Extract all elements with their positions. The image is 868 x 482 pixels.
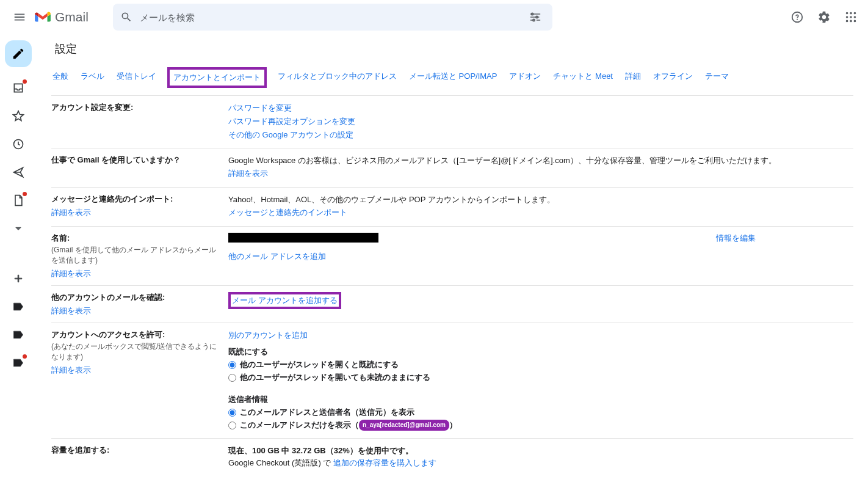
import-more-link[interactable]: 詳細を表示 [51, 207, 91, 218]
gmail-logo[interactable]: Gmail [34, 10, 89, 24]
svg-point-9 [846, 20, 848, 23]
tab-inbox[interactable]: 受信トレイ [115, 67, 157, 88]
apps-button[interactable] [839, 5, 863, 29]
header-actions [785, 5, 863, 29]
search-options-button[interactable] [526, 7, 545, 27]
sender-opt1-radio[interactable] [228, 409, 236, 417]
support-button[interactable] [785, 5, 809, 29]
tab-filters[interactable]: フィルタとブロック中のアドレス [277, 67, 398, 88]
section-check-other-accounts: 他のアカウントのメールを確認: 詳細を表示 メール アカウントを追加する [51, 285, 853, 323]
main-menu-button[interactable] [5, 2, 34, 32]
access-more-link[interactable]: 詳細を表示 [51, 365, 91, 376]
sidebar-label-2[interactable] [11, 327, 26, 342]
file-icon [12, 194, 24, 206]
add-mail-account-link[interactable]: メール アカウントを追加する [232, 296, 338, 305]
storage-checkout-text: Google Checkout (英語版) で [228, 458, 333, 467]
mark-read-opt1-label: 他のユーザーがスレッドを開くと既読にする [240, 359, 399, 371]
other-google-settings-link[interactable]: その他の Google アカウントの設定 [228, 130, 353, 139]
sidebar-new-label[interactable] [11, 271, 26, 286]
sender-opt2-label: このメールアドレスだけを表示（n_aya[redacted]@gmail.com… [240, 419, 457, 432]
section-grant-access: アカウントへのアクセスを許可: (あなたのメールボックスで閲覧/送信できるように… [51, 323, 853, 438]
label-icon [12, 301, 24, 313]
add-another-account-link[interactable]: 別のアカウントを追加 [228, 330, 308, 340]
clock-icon [12, 138, 24, 150]
gmail-icon [34, 10, 51, 24]
chevron-down-icon [12, 222, 24, 235]
gear-icon [817, 10, 831, 24]
app-header: Gmail [0, 0, 868, 34]
check-more-link[interactable]: 詳細を表示 [51, 305, 91, 316]
apps-grid-icon [844, 10, 858, 24]
section-label: アカウント設定を変更: [51, 102, 219, 113]
sidebar-label-1[interactable] [11, 299, 26, 314]
svg-point-8 [854, 16, 856, 18]
mark-read-opt2-radio[interactable] [228, 374, 236, 382]
section-change-account-settings: アカウント設定を変更: パスワードを変更 パスワード再設定オプションを変更 その… [51, 95, 853, 148]
section-sublabel: (あなたのメールボックスで閲覧/送信できるようになります) [51, 341, 219, 362]
tab-addons[interactable]: アドオン [508, 67, 542, 88]
page-title: 設定 [55, 42, 853, 56]
sidebar-drafts[interactable] [11, 193, 26, 208]
highlight-add-mail-account: メール アカウントを追加する [228, 292, 341, 310]
redacted-email [228, 233, 378, 243]
svg-point-3 [846, 12, 848, 15]
redacted-email-pill: n_aya[redacted]@gmail.com [359, 420, 449, 431]
main-content: 設定 全般 ラベル 受信トレイ アカウントとインポート フィルタとブロック中のア… [37, 34, 868, 482]
workspace-description: Google Workspace のお客様は、ビジネス用のメールアドレス（[ユー… [228, 155, 853, 167]
sender-opt1-label: このメールアドレスと送信者名（送信元）を表示 [240, 406, 414, 419]
tab-chat-meet[interactable]: チャットと Meet [552, 67, 614, 88]
help-icon [790, 10, 804, 24]
mark-read-opt1-radio[interactable] [228, 361, 236, 369]
svg-point-5 [854, 12, 856, 15]
sender-info-heading: 送信者情報 [228, 394, 853, 405]
import-description: Yahoo!、Hotmail、AOL、その他のウェブメールや POP アカウント… [228, 194, 853, 206]
tab-accounts-import[interactable]: アカウントとインポート [173, 73, 261, 82]
sidebar-more[interactable] [11, 221, 26, 236]
mark-as-read-heading: 既読にする [228, 346, 853, 357]
search-bar[interactable] [113, 4, 552, 31]
mark-read-opt2-label: 他のユーザーがスレッドを開いても未読のままにする [240, 371, 430, 384]
unread-dot [23, 354, 27, 359]
compose-button[interactable] [5, 40, 32, 67]
hamburger-icon [13, 10, 26, 24]
sidebar-sent[interactable] [11, 165, 26, 180]
send-as-more-link[interactable]: 詳細を表示 [51, 268, 91, 279]
workspace-more-link[interactable]: 詳細を表示 [228, 169, 268, 178]
inbox-icon [12, 82, 24, 94]
settings-tabs: 全般 ラベル 受信トレイ アカウントとインポート フィルタとブロック中のアドレス… [51, 67, 853, 88]
tab-forwarding[interactable]: メール転送と POP/IMAP [408, 67, 498, 88]
unread-dot [23, 192, 27, 196]
search-input[interactable] [132, 12, 526, 23]
import-mail-contacts-link[interactable]: メッセージと連絡先のインポート [228, 208, 347, 217]
star-icon [12, 110, 24, 122]
plus-icon [12, 272, 24, 285]
sidebar-inbox[interactable] [11, 81, 26, 95]
tab-general[interactable]: 全般 [51, 67, 70, 88]
svg-point-7 [850, 16, 852, 18]
section-label: 容量を追加する: [51, 445, 219, 456]
sidebar-starred[interactable] [11, 109, 26, 123]
svg-point-6 [846, 16, 848, 18]
change-password-link[interactable]: パスワードを変更 [228, 103, 292, 112]
svg-point-4 [850, 12, 852, 15]
tab-labels[interactable]: ラベル [79, 67, 106, 88]
highlight-accounts-tab: アカウントとインポート [167, 67, 267, 88]
section-send-mail-as: 名前: (Gmail を使用して他のメール アドレスからメールを送信します) 詳… [51, 226, 853, 285]
add-another-email-link[interactable]: 他のメール アドレスを追加 [228, 252, 326, 261]
tab-advanced[interactable]: 詳細 [624, 67, 642, 88]
sidebar-label-3[interactable] [11, 356, 26, 370]
tab-offline[interactable]: オフライン [652, 67, 694, 88]
edit-info-link[interactable]: 情報を編集 [716, 233, 756, 243]
sender-opt2-radio[interactable] [228, 422, 236, 429]
svg-point-11 [854, 20, 856, 23]
section-label: 他のアカウントのメールを確認: [51, 292, 219, 303]
purchase-storage-link[interactable]: 追加の保存容量を購入します [333, 458, 436, 467]
section-import: メッセージと連絡先のインポート: 詳細を表示 Yahoo!、Hotmail、AO… [51, 187, 853, 226]
section-sublabel: (Gmail を使用して他のメール アドレスからメールを送信します) [51, 245, 219, 266]
change-recovery-link[interactable]: パスワード再設定オプションを変更 [228, 117, 355, 126]
sidebar [0, 34, 37, 482]
settings-button[interactable] [812, 5, 836, 29]
label-icon [12, 329, 24, 341]
tab-themes[interactable]: テーマ [704, 67, 730, 88]
sidebar-snoozed[interactable] [11, 137, 26, 152]
